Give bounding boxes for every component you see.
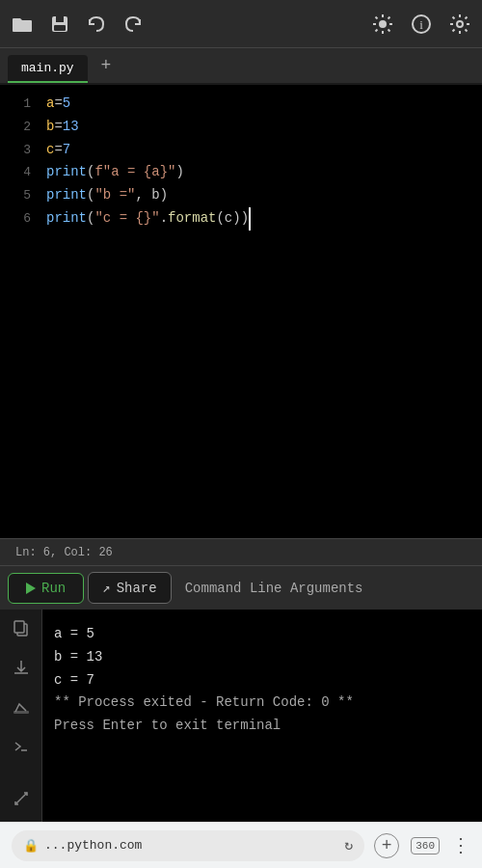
code-text: c=7: [46, 139, 70, 162]
folder-icon[interactable]: [12, 15, 33, 33]
code-line: 4print(f"a = {a}"): [0, 161, 482, 184]
run-button[interactable]: Run: [8, 573, 84, 604]
code-line: 6print("c = {}".format(c)): [0, 207, 482, 231]
info-icon[interactable]: i: [411, 14, 432, 35]
line-number: 6: [8, 208, 31, 230]
more-menu-button[interactable]: ⋮: [451, 833, 470, 857]
terminal-area: a = 5b = 13c = 7** Process exited - Retu…: [0, 610, 482, 822]
svg-rect-18: [13, 711, 29, 714]
cmdargs-label: Command Line Arguments: [185, 581, 363, 596]
url-box[interactable]: 🔒 ...python.com ↻: [12, 830, 364, 861]
svg-rect-2: [54, 25, 66, 31]
svg-line-9: [388, 29, 390, 31]
copy-icon[interactable]: [13, 619, 30, 641]
output-line: a = 5: [54, 623, 470, 646]
output-line: Press Enter to exit terminal: [54, 715, 470, 738]
undo-icon[interactable]: [87, 15, 106, 33]
tab-main-py[interactable]: main.py: [8, 55, 88, 83]
code-text: print("b =", b): [46, 184, 168, 207]
tab-add-button[interactable]: +: [92, 50, 121, 83]
line-number: 5: [8, 185, 31, 206]
svg-line-20: [15, 799, 21, 804]
output-line: c = 7: [54, 669, 470, 692]
terminal-output: a = 5b = 13c = 7** Process exited - Retu…: [42, 610, 482, 822]
line-number: 4: [8, 162, 31, 183]
cursor-position: Ln: 6, Col: 26: [15, 546, 113, 559]
cmdargs-button[interactable]: Command Line Arguments: [175, 574, 373, 603]
terminal-sidebar: [0, 610, 42, 822]
expand-icon[interactable]: [13, 790, 30, 812]
line-number: 2: [8, 117, 31, 138]
lock-icon: 🔒: [23, 838, 39, 854]
code-line: 2b=13: [0, 116, 482, 139]
line-number: 1: [8, 94, 31, 115]
svg-point-3: [379, 20, 387, 28]
line-number: 3: [8, 140, 31, 161]
code-line: 1a=5: [0, 93, 482, 116]
refresh-icon[interactable]: ↻: [344, 836, 353, 854]
run-play-icon: [26, 583, 36, 594]
svg-line-10: [388, 16, 390, 18]
run-label: Run: [41, 581, 66, 596]
editor-area[interactable]: 1a=52b=133c=74print(f"a = {a}")5print("b…: [0, 85, 482, 538]
code-text: a=5: [46, 93, 70, 116]
terminal-icon[interactable]: [13, 738, 30, 760]
sun-icon[interactable]: [372, 14, 393, 35]
browser-bar: 🔒 ...python.com ↻ + 360 ⋮: [0, 822, 482, 868]
svg-point-14: [457, 21, 463, 27]
redo-icon[interactable]: [123, 15, 143, 33]
gear-icon[interactable]: [449, 14, 470, 35]
badge-360[interactable]: 360: [411, 837, 440, 854]
toolbar: i: [0, 0, 482, 48]
svg-rect-16: [14, 621, 24, 633]
share-button[interactable]: ↗ Share: [88, 572, 171, 604]
svg-line-11: [376, 29, 378, 31]
run-bar: Run ↗ Share Command Line Arguments: [0, 565, 482, 610]
svg-line-8: [376, 16, 378, 18]
code-text: print("c = {}".format(c)): [46, 207, 251, 231]
code-line: 5print("b =", b): [0, 184, 482, 207]
share-icon: ↗: [102, 580, 110, 596]
browser-actions: + 360 ⋮: [374, 833, 470, 858]
tab-label: main.py: [21, 61, 74, 75]
url-text: ...python.com: [44, 838, 338, 853]
code-text: b=13: [46, 116, 79, 139]
erase-icon[interactable]: [13, 698, 30, 720]
status-bar: Ln: 6, Col: 26: [0, 538, 482, 565]
code-text: print(f"a = {a}"): [46, 161, 184, 184]
tab-bar: main.py +: [0, 48, 482, 85]
code-line: 3c=7: [0, 139, 482, 162]
svg-text:i: i: [419, 17, 423, 32]
output-line: b = 13: [54, 646, 470, 669]
svg-line-21: [21, 793, 27, 799]
add-tab-button[interactable]: +: [374, 833, 399, 858]
download-icon[interactable]: [13, 659, 30, 681]
output-line: ** Process exited - Return Code: 0 **: [54, 692, 470, 715]
save-icon[interactable]: [50, 14, 69, 34]
share-label: Share: [117, 581, 157, 596]
svg-rect-1: [56, 16, 64, 22]
